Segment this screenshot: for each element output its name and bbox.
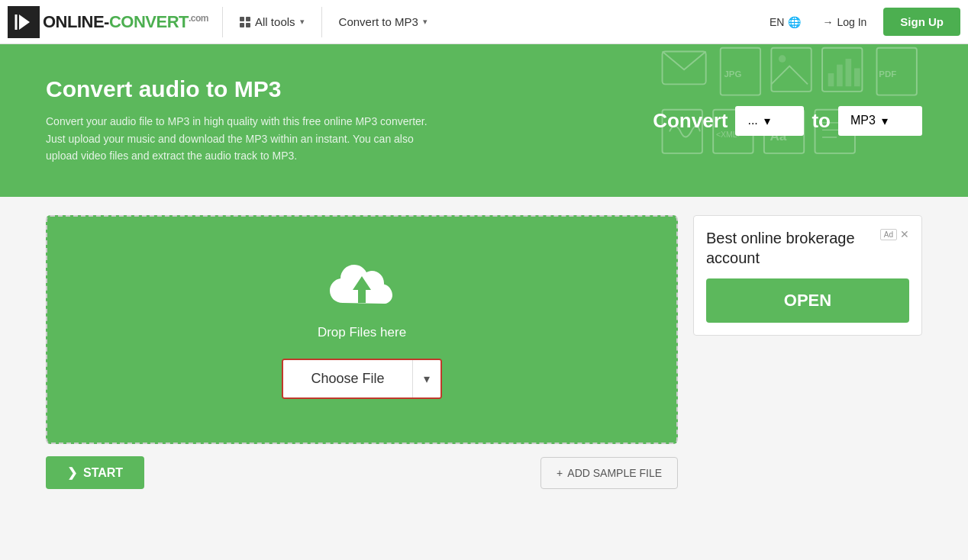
choose-file-container: Choose File ▾ [282,359,441,399]
language-button[interactable]: EN 🌐 [759,10,812,34]
svg-rect-10 [846,59,852,86]
all-tools-label: All tools [255,15,295,28]
svg-rect-9 [837,65,843,87]
cloud-upload-svg [328,261,396,314]
main-content: Drop Files here Choose File ▾ ❯ START + … [0,197,968,507]
cloud-upload-icon [328,261,396,314]
login-label: Log In [837,16,866,28]
ad-open-label: OPEN [784,291,831,310]
choose-file-label: Choose File [311,371,384,386]
choose-file-dropdown-chevron: ▾ [424,372,430,385]
ad-box: Best online brokerage account Ad ✕ OPEN [693,215,922,336]
convert-to-mp3-button[interactable]: Convert to MP3 ▾ [328,9,438,34]
hero-to-select[interactable]: MP3 ▾ [838,106,922,136]
svg-rect-11 [854,68,860,86]
ad-title: Best online brokerage account [706,228,880,268]
hero-convert-label: Convert [653,109,728,133]
add-sample-label: ADD SAMPLE FILE [567,467,662,479]
logo-icon [8,6,40,38]
navbar: ONLINE-CONVERT.com All tools ▾ Convert t… [0,0,968,44]
nav-divider [222,7,223,37]
action-row: ❯ START + ADD SAMPLE FILE [46,456,678,489]
ad-close-icon[interactable]: ✕ [900,228,909,240]
hero-from-select[interactable]: ... ▾ [735,106,804,136]
choose-file-button[interactable]: Choose File [283,360,411,397]
hero-to-label: to [812,109,831,133]
svg-text:PDF: PDF [879,69,896,79]
choose-file-dropdown[interactable]: ▾ [412,360,440,397]
hero-description: Convert your audio file to MP3 in high q… [46,113,443,164]
logo[interactable]: ONLINE-CONVERT.com [8,6,208,38]
all-tools-button[interactable]: All tools ▾ [229,9,315,34]
globe-icon: 🌐 [788,16,801,28]
svg-text:JPG: JPG [724,69,741,79]
hero-from-value: ... [747,114,757,127]
add-sample-button[interactable]: + ADD SAMPLE FILE [540,457,678,489]
login-icon: → [822,16,833,28]
svg-rect-8 [828,73,834,86]
svg-marker-0 [19,14,30,30]
upload-section: Drop Files here Choose File ▾ ❯ START + … [46,215,678,489]
hero-section: Convert audio to MP3 Convert your audio … [0,44,968,197]
nav-divider2 [321,7,322,37]
signup-label: Sign Up [900,15,944,28]
hero-right: Convert ... ▾ to MP3 ▾ [653,106,922,136]
logo-svg [13,11,34,33]
logo-text: ONLINE-CONVERT.com [43,12,208,32]
start-chevron-icon: ❯ [67,465,77,480]
hero-title: Convert audio to MP3 [46,76,504,102]
drop-files-text: Drop Files here [318,325,406,340]
login-button[interactable]: → Log In [812,10,877,34]
signup-button[interactable]: Sign Up [883,8,960,36]
hero-left: Convert audio to MP3 Convert your audio … [46,76,504,164]
ad-header: Best online brokerage account Ad ✕ [706,228,909,268]
lang-label: EN [770,16,784,28]
convert-to-mp3-label: Convert to MP3 [339,15,418,28]
upload-box[interactable]: Drop Files here Choose File ▾ [46,215,678,444]
hero-to-chevron: ▾ [882,114,888,128]
add-sample-plus-icon: + [557,467,563,479]
svg-rect-5 [771,48,811,92]
ad-label: Ad [880,229,897,240]
grid-icon [240,17,250,27]
all-tools-chevron: ▾ [300,17,305,27]
start-button[interactable]: ❯ START [46,456,144,489]
ad-open-button[interactable]: OPEN [706,278,909,323]
convert-mp3-chevron: ▾ [423,17,428,27]
svg-point-6 [779,55,786,63]
hero-to-value: MP3 [850,114,876,127]
start-label: START [83,466,123,480]
hero-from-chevron: ▾ [764,114,770,128]
